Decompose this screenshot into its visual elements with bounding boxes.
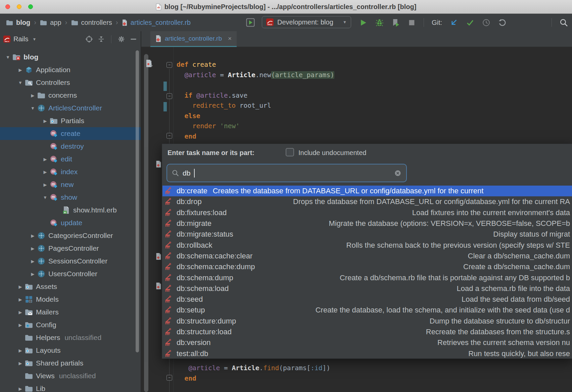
task-row-db-schema-cache-dump[interactable]: db:schema:cache:dumpCreate a db/schema_c… [162,261,572,272]
clear-search-icon[interactable] [394,169,401,177]
tree-item-new[interactable]: ▶mnew [0,178,141,191]
tree-item-shared-partials[interactable]: ▶Shared partials [0,357,141,370]
rake-line-marker-icon[interactable] [155,282,162,290]
expand-arrow-icon[interactable]: ▶ [41,182,50,187]
tree-item-show[interactable]: ▼mshow [0,191,141,204]
task-row-db-rollback[interactable]: db:rollbackRolls the schema back to the … [162,240,572,250]
rollback-button[interactable] [498,18,507,27]
expand-arrow-icon[interactable]: ▶ [16,386,25,391]
breadcrumb-app[interactable]: app [40,19,61,27]
expand-arrow-icon[interactable]: ▶ [16,297,25,302]
expand-arrow-icon[interactable]: ▶ [16,348,25,353]
tree-item-concerns[interactable]: ▶concerns [0,89,141,102]
expand-arrow-icon[interactable]: ▶ [28,233,37,238]
tree-item-show-html-erb[interactable]: Rshow.html.erb [0,204,141,216]
search-everywhere-button[interactable] [560,18,568,27]
tab-articles-controller[interactable]: articles_controller.rb × [150,31,237,47]
tree-item-userscontroller[interactable]: ▶UsersController [0,267,141,280]
tree-item-layouts[interactable]: ▶Layouts [0,344,141,357]
tree-item-views[interactable]: Viewsunclassified [0,370,141,382]
tree-item-pagescontroller[interactable]: ▶PagesController [0,242,141,255]
task-row-db-seed[interactable]: db:seedLoad the seed data from db/seed [162,294,572,305]
tree-item-lib[interactable]: ▶Lib [0,382,141,392]
tree-item-update[interactable]: mupdate [0,216,141,229]
expand-arrow-icon[interactable]: ▼ [3,55,12,60]
expand-arrow-icon[interactable]: ▶ [41,169,50,175]
minimize-button[interactable] [17,4,21,9]
breadcrumb-blog[interactable]: blog [6,19,30,27]
expand-arrow-icon[interactable]: ▶ [28,93,37,98]
tree-item-helpers[interactable]: Helpersunclassified [0,331,141,344]
task-row-db-schema-dump[interactable]: db:schema:dumpCreate a db/schema.rb file… [162,272,572,283]
task-row-db-structure-load[interactable]: db:structure:loadRecreate the databases … [162,327,572,337]
tree-item-create[interactable]: mcreate [0,127,141,140]
run-button[interactable] [359,18,368,27]
tree-item-destroy[interactable]: mdestroy [0,140,141,153]
tree-item-partials[interactable]: ▶Partials [0,114,141,127]
chevron-down-icon[interactable]: ▼ [32,37,36,42]
rake-line-marker-icon[interactable] [155,160,162,168]
task-row-db-setup[interactable]: db:setupCreate the database, load the sc… [162,305,572,315]
task-row-db-create[interactable]: db:createCreates the database from DATAB… [162,186,572,196]
tree-scrollbar[interactable] [136,50,139,352]
task-row-db-schema-load[interactable]: db:schema:loadLoad a schema.rb file into… [162,283,572,294]
tree-item-categoriescontroller[interactable]: ▶CategoriesController [0,229,141,242]
task-row-test-all-db[interactable]: test:all:dbRun tests quickly, but also r… [162,348,572,359]
run-in-console-icon[interactable] [246,18,255,27]
task-row-db-structure-dump[interactable]: db:structure:dumpDump the database struc… [162,316,572,327]
task-search-input[interactable]: db [166,164,407,182]
coverage-button[interactable] [391,18,400,27]
expand-arrow-icon[interactable]: ▶ [28,259,37,264]
expand-arrow-icon[interactable]: ▼ [41,195,50,200]
locate-button[interactable] [85,35,93,43]
tree-item-mailers[interactable]: ▶Mailers [0,306,141,318]
close-button[interactable] [5,4,10,9]
run-configuration-select[interactable]: RAILS Development: blog ▼ [262,16,351,28]
tree-item-config[interactable]: ▶Config [0,318,141,331]
debug-button[interactable] [375,18,384,27]
expand-arrow-icon[interactable]: ▶ [41,157,50,162]
collapse-all-button[interactable] [97,35,105,43]
expand-arrow-icon[interactable]: ▶ [28,272,37,277]
editor-scrollbar[interactable] [144,54,148,392]
fold-marker-icon[interactable]: − [166,133,172,139]
tree-item-index[interactable]: ▶mindex [0,165,141,178]
expand-arrow-icon[interactable]: ▶ [16,310,25,315]
task-row-db-schema-cache-clear[interactable]: db:schema:cache:clearClear a db/schema_c… [162,251,572,261]
include-undocumented-checkbox[interactable] [286,148,294,156]
method-marker-icon[interactable] [146,59,154,68]
expand-arrow-icon[interactable]: ▶ [16,323,25,328]
task-row-db-drop[interactable]: db:dropDrops the database from DATABASE_… [162,196,572,207]
task-row-db-migrate-status[interactable]: db:migrate:statusDisplay status of migra… [162,229,572,240]
fold-marker-icon[interactable]: − [166,93,172,99]
expand-arrow-icon[interactable]: ▶ [16,361,25,366]
tree-item-blog[interactable]: ▼Rblog [0,51,141,63]
hide-button[interactable] [130,35,137,43]
tool-window-title[interactable]: Rails [13,35,28,43]
tree-item-edit[interactable]: ▶medit [0,153,141,165]
expand-arrow-icon[interactable]: ▼ [16,80,25,85]
expand-arrow-icon[interactable]: ▶ [16,67,25,72]
tree-item-application[interactable]: ▶Application [0,63,141,76]
breadcrumb-controllers[interactable]: controllers [71,19,112,27]
task-row-db-fixtures-load[interactable]: db:fixtures:loadLoad fixtures into the c… [162,207,572,218]
history-button[interactable] [482,18,490,27]
tree-item-sessionscontroller[interactable]: ▶SessionsController [0,255,141,267]
task-row-db-migrate[interactable]: db:migrateMigrate the database (options:… [162,218,572,229]
rake-line-marker-icon[interactable] [155,253,162,260]
vcs-update-button[interactable] [450,18,458,27]
expand-arrow-icon[interactable]: ▶ [28,246,37,251]
expand-arrow-icon[interactable]: ▶ [16,284,25,289]
close-tab-icon[interactable]: × [228,35,232,42]
zoom-button[interactable] [28,4,33,9]
expand-arrow-icon[interactable]: ▶ [41,118,50,124]
task-row-db-version[interactable]: db:versionRetrieves the current schema v… [162,337,572,348]
fold-marker-icon[interactable]: − [166,62,172,68]
vcs-commit-button[interactable] [466,18,474,27]
fold-marker-icon[interactable]: − [166,375,172,381]
settings-button[interactable] [117,35,125,43]
expand-arrow-icon[interactable]: ▼ [28,106,37,111]
checkbox-label[interactable]: Include undocumented [298,149,366,157]
stop-button[interactable] [408,18,416,27]
tree-item-articlescontroller[interactable]: ▼ArticlesController [0,102,141,114]
